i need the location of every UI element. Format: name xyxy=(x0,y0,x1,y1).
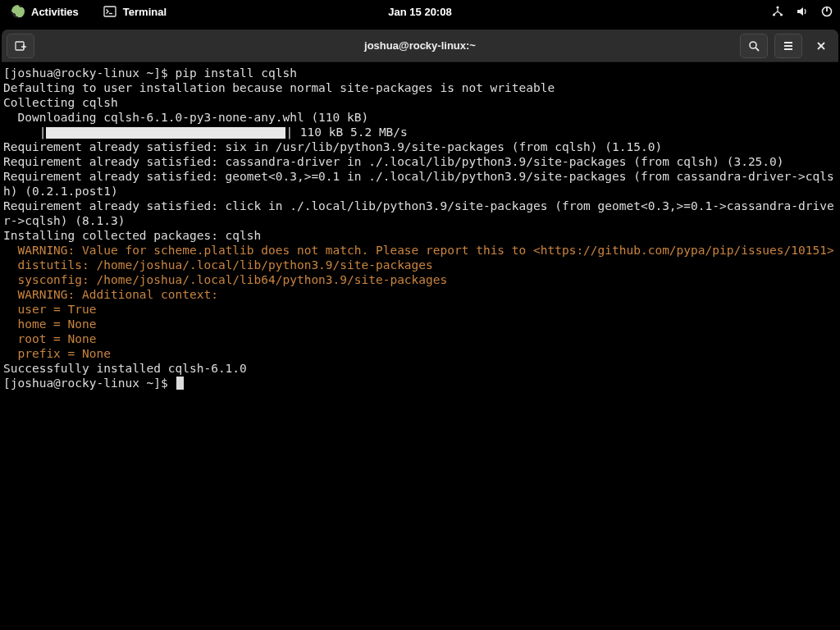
menu-button[interactable] xyxy=(774,34,802,58)
warning-line: WARNING: Additional context: xyxy=(3,287,837,302)
shell-command: pip install cqlsh xyxy=(176,66,297,80)
terminal-body[interactable]: [joshua@rocky-linux ~]$ pip install cqls… xyxy=(2,62,838,630)
volume-icon[interactable] xyxy=(796,5,809,18)
terminal-line: Successfully installed cqlsh-6.1.0 xyxy=(3,361,837,376)
hamburger-icon xyxy=(782,39,795,52)
terminal-line: [joshua@rocky-linux ~]$ pip install cqls… xyxy=(3,66,837,80)
terminal-cursor xyxy=(176,377,184,390)
close-button[interactable] xyxy=(809,34,833,58)
active-app-label: Terminal xyxy=(123,6,167,18)
warning-line: root = None xyxy=(3,331,837,346)
window-titlebar[interactable]: joshua@rocky-linux:~ xyxy=(2,30,838,62)
terminal-line: [joshua@rocky-linux ~]$ xyxy=(3,376,837,390)
progress-prefix: | xyxy=(3,126,46,139)
active-app-button[interactable]: Terminal xyxy=(98,3,171,20)
clock-button[interactable]: Jan 15 20:08 xyxy=(388,6,451,18)
terminal-icon xyxy=(103,5,116,18)
terminal-line: Requirement already satisfied: click in … xyxy=(3,199,837,228)
warning-line: home = None xyxy=(3,317,837,331)
close-icon xyxy=(815,39,828,52)
new-tab-button[interactable] xyxy=(7,34,34,58)
terminal-line: Defaulting to user installation because … xyxy=(3,80,837,95)
shell-prompt: [joshua@rocky-linux ~]$ xyxy=(3,377,176,390)
svg-point-10 xyxy=(750,42,756,48)
svg-point-2 xyxy=(776,6,778,8)
terminal-line: Downloading cqlsh-6.1.0-py3-none-any.whl… xyxy=(3,110,837,125)
svg-line-11 xyxy=(756,48,759,51)
terminal-line: Requirement already satisfied: six in /u… xyxy=(3,139,837,154)
activities-button[interactable]: Activities xyxy=(7,3,84,20)
warning-line: distutils: /home/joshua/.local/lib/pytho… xyxy=(3,258,837,272)
new-tab-icon xyxy=(14,39,27,52)
power-icon[interactable] xyxy=(820,5,833,18)
svg-rect-7 xyxy=(16,42,24,50)
progress-suffix: | 110 kB 5.2 MB/s xyxy=(285,126,407,139)
shell-prompt: [joshua@rocky-linux ~]$ xyxy=(3,66,176,80)
warning-line: user = True xyxy=(3,302,837,317)
window-title: joshua@rocky-linux:~ xyxy=(364,39,476,52)
search-button[interactable] xyxy=(740,34,768,58)
terminal-window: joshua@rocky-linux:~ [joshua@rocky-linux… xyxy=(2,30,838,630)
warning-line: prefix = None xyxy=(3,346,837,361)
download-progress-bar xyxy=(46,127,285,139)
search-icon xyxy=(747,39,760,52)
terminal-line: || 110 kB 5.2 MB/s xyxy=(3,125,837,139)
terminal-line: Collecting cqlsh xyxy=(3,95,837,110)
gnome-topbar: Activities Terminal Jan 15 20:08 xyxy=(0,0,840,23)
terminal-line: Requirement already satisfied: cassandra… xyxy=(3,154,837,169)
warning-line: WARNING: Value for scheme.platlib does n… xyxy=(3,243,837,258)
svg-rect-0 xyxy=(104,7,116,16)
activities-label: Activities xyxy=(31,6,79,18)
warning-line: sysconfig: /home/joshua/.local/lib64/pyt… xyxy=(3,272,837,287)
terminal-line: Installing collected packages: cqlsh xyxy=(3,228,837,243)
gnome-logo-icon xyxy=(11,5,25,18)
network-icon[interactable] xyxy=(771,5,784,18)
terminal-line: Requirement already satisfied: geomet<0.… xyxy=(3,169,837,199)
